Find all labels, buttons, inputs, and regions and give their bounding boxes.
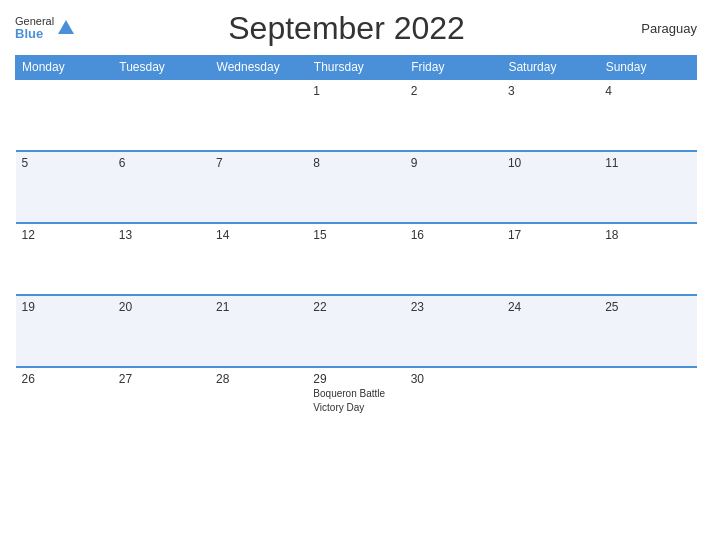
- header-tuesday: Tuesday: [113, 56, 210, 80]
- svg-marker-0: [58, 20, 74, 34]
- day-num-2: 2: [411, 84, 496, 98]
- cell-w5-d5: 30: [405, 367, 502, 439]
- day-num-7: 7: [216, 156, 301, 170]
- cell-w1-d1: [16, 79, 113, 151]
- day-num-1: 1: [313, 84, 398, 98]
- day-num-29: 29: [313, 372, 398, 386]
- cell-w4-d3: 21: [210, 295, 307, 367]
- header-thursday: Thursday: [307, 56, 404, 80]
- calendar-title: September 2022: [76, 10, 617, 47]
- day-num-19: 19: [22, 300, 107, 314]
- day-num-22: 22: [313, 300, 398, 314]
- day-header-row: Monday Tuesday Wednesday Thursday Friday…: [16, 56, 697, 80]
- day-num-11: 11: [605, 156, 690, 170]
- cell-w2-d3: 7: [210, 151, 307, 223]
- cell-w5-d3: 28: [210, 367, 307, 439]
- day-num-3: 3: [508, 84, 593, 98]
- event-text-29: Boqueron Battle Victory Day: [313, 388, 385, 413]
- cell-w1-d4: 1: [307, 79, 404, 151]
- day-num-8: 8: [313, 156, 398, 170]
- day-num-26: 26: [22, 372, 107, 386]
- calendar-table: Monday Tuesday Wednesday Thursday Friday…: [15, 55, 697, 439]
- day-num-6: 6: [119, 156, 204, 170]
- cell-w3-d2: 13: [113, 223, 210, 295]
- calendar-header: General Blue September 2022 Paraguay: [15, 10, 697, 47]
- cell-w1-d2: [113, 79, 210, 151]
- header-saturday: Saturday: [502, 56, 599, 80]
- cell-w3-d1: 12: [16, 223, 113, 295]
- cell-w5-d7: [599, 367, 696, 439]
- day-num-16: 16: [411, 228, 496, 242]
- cell-w3-d7: 18: [599, 223, 696, 295]
- day-num-12: 12: [22, 228, 107, 242]
- week-row-1: 1234: [16, 79, 697, 151]
- cell-w3-d6: 17: [502, 223, 599, 295]
- cell-w5-d1: 26: [16, 367, 113, 439]
- week-row-2: 567891011: [16, 151, 697, 223]
- header-sunday: Sunday: [599, 56, 696, 80]
- cell-w1-d7: 4: [599, 79, 696, 151]
- cell-w3-d3: 14: [210, 223, 307, 295]
- day-num-25: 25: [605, 300, 690, 314]
- cell-w1-d6: 3: [502, 79, 599, 151]
- day-num-4: 4: [605, 84, 690, 98]
- header-monday: Monday: [16, 56, 113, 80]
- header-wednesday: Wednesday: [210, 56, 307, 80]
- cell-w4-d6: 24: [502, 295, 599, 367]
- day-num-10: 10: [508, 156, 593, 170]
- cell-w5-d4: 29Boqueron Battle Victory Day: [307, 367, 404, 439]
- cell-w2-d6: 10: [502, 151, 599, 223]
- logo-icon: [56, 18, 76, 38]
- cell-w4-d7: 25: [599, 295, 696, 367]
- cell-w2-d7: 11: [599, 151, 696, 223]
- cell-w2-d1: 5: [16, 151, 113, 223]
- cell-w4-d1: 19: [16, 295, 113, 367]
- week-row-3: 12131415161718: [16, 223, 697, 295]
- day-num-23: 23: [411, 300, 496, 314]
- cell-w5-d6: [502, 367, 599, 439]
- logo-blue-text: Blue: [15, 27, 54, 41]
- day-num-27: 27: [119, 372, 204, 386]
- day-num-21: 21: [216, 300, 301, 314]
- logo: General Blue: [15, 15, 76, 41]
- day-num-18: 18: [605, 228, 690, 242]
- week-row-4: 19202122232425: [16, 295, 697, 367]
- day-num-14: 14: [216, 228, 301, 242]
- country-label: Paraguay: [617, 21, 697, 36]
- day-num-28: 28: [216, 372, 301, 386]
- day-num-17: 17: [508, 228, 593, 242]
- day-num-30: 30: [411, 372, 496, 386]
- cell-w3-d4: 15: [307, 223, 404, 295]
- cell-w2-d5: 9: [405, 151, 502, 223]
- week-row-5: 26272829Boqueron Battle Victory Day30: [16, 367, 697, 439]
- day-num-9: 9: [411, 156, 496, 170]
- header-friday: Friday: [405, 56, 502, 80]
- cell-w4-d4: 22: [307, 295, 404, 367]
- calendar-wrapper: General Blue September 2022 Paraguay Mon…: [0, 0, 712, 550]
- cell-w5-d2: 27: [113, 367, 210, 439]
- cell-w1-d5: 2: [405, 79, 502, 151]
- day-num-24: 24: [508, 300, 593, 314]
- day-num-13: 13: [119, 228, 204, 242]
- cell-w2-d4: 8: [307, 151, 404, 223]
- cell-w4-d2: 20: [113, 295, 210, 367]
- cell-w4-d5: 23: [405, 295, 502, 367]
- cell-w1-d3: [210, 79, 307, 151]
- day-num-20: 20: [119, 300, 204, 314]
- day-num-5: 5: [22, 156, 107, 170]
- day-num-15: 15: [313, 228, 398, 242]
- cell-w2-d2: 6: [113, 151, 210, 223]
- cell-w3-d5: 16: [405, 223, 502, 295]
